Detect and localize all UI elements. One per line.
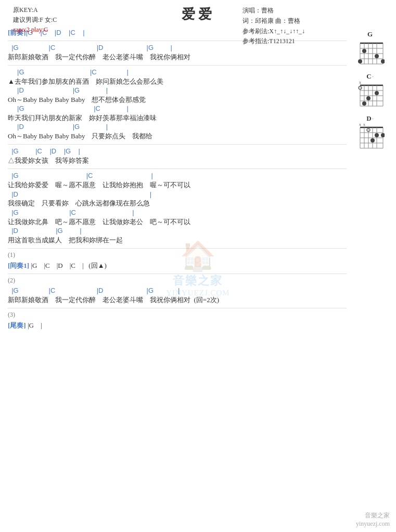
v2-l1: ▲去年我们参加朋友的喜酒 妳问新娘怎么会那么美: [8, 77, 347, 86]
capo-info: capo:2 play:G: [13, 25, 57, 35]
v2-l4: Oh～Baby Baby Baby Baby 只要妳点头 我都给: [8, 132, 347, 141]
chord-diagram-C: C . x: [352, 72, 388, 108]
singer: 演唱：曹格: [242, 5, 305, 16]
verse3-section: (2) |G |C |D |G | 新郎新娘敬酒 我一定代你醉 老公老婆斗嘴 我…: [8, 277, 347, 305]
svg-text:x: x: [359, 123, 361, 127]
ch-l1: 让我给妳爱爱 喔～愿不愿意 让我给妳抱抱 喔～可不可以: [8, 180, 347, 190]
performer-info: 演唱：曹格 词：邱裕康 曲：曹格 参考刷法:X↑_↑↓_↓↑↑_↓ 参考指法:T…: [242, 5, 305, 46]
main-content: [前奏]|G |C |D |C | |G |C |D |G | 新郎新娘敬酒 我…: [8, 28, 352, 333]
svg-point-11: [358, 59, 362, 63]
chorus-section: |G |C | 让我给妳爱爱 喔～愿不愿意 让我给妳抱抱 喔～可不可以 |D: [8, 172, 347, 244]
svg-point-47: [381, 133, 385, 137]
chord-diagram-G: G: [352, 30, 388, 66]
svg-point-12: [362, 49, 366, 53]
original-key: 原KEY:A: [13, 5, 57, 15]
chord-diagrams: G: [352, 28, 388, 333]
svg-text:x: x: [359, 81, 361, 85]
ch-l2: 我很确定 只要看妳 心跳永远都像现在那么急: [8, 199, 347, 208]
svg-point-14: [381, 59, 385, 63]
v2-c3: |G |C |: [8, 105, 347, 113]
outro-section: (3) [尾奏] |G |: [8, 311, 347, 330]
finger-pattern: 参考指法:T1213121: [242, 36, 305, 46]
svg-point-13: [375, 54, 379, 58]
v3-l1: 新郎新娘敬酒 我一定代你醉 老公老婆斗嘴 我祝你俩相对 (回=2次): [8, 295, 347, 305]
verse1-lyric1: 新郎新娘敬酒 我一定代你醉 老公老婆斗嘴 我祝你俩相对: [8, 53, 347, 62]
v2-c2: |D |G |: [8, 86, 347, 95]
outro-line: [尾奏] |G |: [8, 321, 347, 330]
svg-text:x: x: [363, 123, 365, 127]
chorus-setup-section: |G |C |D |G | △我爱妳女孩 我等妳答案: [8, 147, 347, 165]
chord-svg-G: [356, 39, 385, 66]
c-fret-marker: .: [373, 73, 374, 78]
content-area: [前奏]|G |C |D |C | |G |C |D |G | 新郎新娘敬酒 我…: [8, 28, 388, 333]
svg-point-45: [371, 138, 375, 142]
v2-l2: Oh～Baby Baby Baby Baby 想不想体会那感觉: [8, 95, 347, 105]
suggested-key: 建议男调:F 女:C: [13, 15, 57, 25]
interlude-line: [间奏1] |G |C |D |C | (回▲): [8, 261, 347, 270]
d-fret-marker: .: [373, 115, 374, 120]
v3-c1: |G |C |D |G |: [8, 287, 347, 295]
footer-logo: 音樂之家 yinyuezj.com: [356, 511, 390, 528]
verse3-note: (2): [8, 277, 347, 284]
v2-c1: |G |C |: [8, 68, 347, 77]
v2-l3: 昨天我们拜访朋友的新家 妳好羡慕那幸福油漆味: [8, 113, 347, 123]
page: 原KEY:A 建议男调:F 女:C capo:2 play:G 爱爱 演唱：曹格…: [0, 0, 396, 532]
interlude-section: (1) [间奏1] |G |C |D |C | (回▲): [8, 251, 347, 270]
verse1-section: |G |C |D |G | 新郎新娘敬酒 我一定代你醉 老公老婆斗嘴 我祝你俩相…: [8, 44, 347, 62]
chord-diagram-D: D . x x: [352, 114, 388, 150]
svg-point-29: [366, 96, 371, 100]
outro-label: [尾奏]: [8, 321, 26, 329]
ch-c2: |D |: [8, 190, 347, 199]
ch-c4: |D |G |: [8, 227, 347, 236]
footer-line2: yinyuezj.com: [356, 520, 390, 528]
interlude-note: (1): [8, 251, 347, 259]
svg-point-30: [375, 91, 379, 95]
ch-l3: 让我做妳北鼻 吧～愿不愿意 让我做妳老公 吧～可不可以: [8, 217, 347, 227]
chord-name-C: C: [366, 72, 371, 81]
cs-c1: |G |C |D |G |: [8, 147, 347, 156]
song-title: 爱爱: [8, 5, 388, 23]
chord-svg-D: x x: [356, 123, 385, 150]
chord-svg-C: x: [356, 81, 385, 108]
v2-c4: |D |G |: [8, 123, 347, 132]
cs-l1: △我爱妳女孩 我等妳答案: [8, 156, 347, 165]
footer-line1: 音樂之家: [356, 511, 390, 520]
verse2-section: |G |C | ▲去年我们参加朋友的喜酒 妳问新娘怎么会那么美 |D |G | …: [8, 68, 347, 141]
key-info: 原KEY:A 建议男调:F 女:C capo:2 play:G: [13, 5, 57, 35]
ch-c3: |G |C |: [8, 209, 347, 217]
svg-point-46: [375, 133, 379, 137]
ch-c1: |G |C |: [8, 172, 347, 180]
chord-name-G: G: [367, 30, 373, 38]
outro-note: (3): [8, 311, 347, 319]
lyricist: 词：邱裕康 曲：曹格: [242, 16, 305, 26]
ch-l4: 用这首歌当成媒人 把我和妳绑在一起: [8, 236, 347, 245]
chord-name-D: D: [366, 114, 371, 123]
svg-point-28: [362, 101, 366, 106]
header: 原KEY:A 建议男调:F 女:C capo:2 play:G 爱爱 演唱：曹格…: [8, 5, 388, 23]
strum-pattern: 参考刷法:X↑_↑↓_↓↑↑_↓: [242, 27, 305, 36]
interlude-label: [间奏1]: [8, 262, 29, 269]
